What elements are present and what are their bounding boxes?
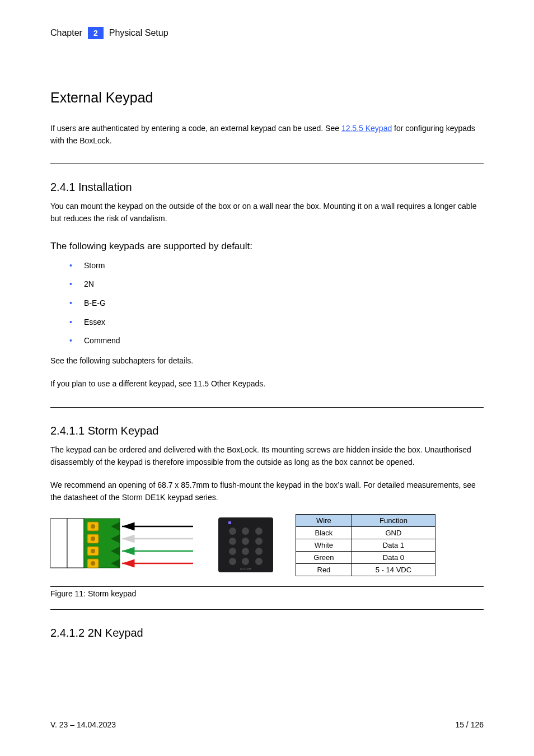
intro-paragraph: If users are authenticated by entering a… — [50, 123, 484, 147]
terminal-screw-icon — [87, 559, 99, 568]
svg-point-10 — [91, 561, 95, 566]
heading-storm-keypad: 2.4.1.1 Storm Keypad — [50, 424, 484, 437]
intro-text-pre: If users are authenticated by entering a… — [50, 124, 341, 133]
keypad-brand-label: STORM — [228, 567, 263, 571]
table-header-function: Function — [352, 514, 435, 526]
footer-revision: V. 23 – 14.04.2023 — [50, 720, 116, 729]
keypad-key-icon — [229, 548, 236, 555]
list-item: B-E-G — [84, 294, 484, 313]
table-header-wire: Wire — [296, 514, 352, 526]
page-footer: V. 23 – 14.04.2023 15 / 126 — [50, 720, 484, 729]
page-header: Chapter 2 Physical Setup — [50, 27, 484, 39]
cell-function: GND — [352, 526, 435, 539]
terminal-screw-icon — [87, 534, 99, 543]
cell-wire: Green — [296, 551, 352, 563]
table-row: Green Data 0 — [296, 551, 435, 563]
cell-function: 5 - 14 VDC — [352, 563, 435, 576]
divider — [50, 407, 484, 408]
cell-function: Data 0 — [352, 551, 435, 563]
cell-function: Data 1 — [352, 539, 435, 551]
table-row: Black GND — [296, 526, 435, 539]
terminal-connector-diagram — [50, 514, 196, 576]
svg-rect-0 — [50, 519, 67, 568]
terminal-screw-icon — [87, 522, 99, 531]
chapter-number-badge: 2 — [88, 27, 104, 39]
terminal-screw-icon — [87, 547, 99, 556]
list-item: Commend — [84, 332, 484, 351]
keypad-key-icon — [255, 538, 263, 545]
svg-point-4 — [91, 524, 95, 529]
svg-point-6 — [91, 536, 95, 541]
svg-rect-1 — [67, 519, 84, 568]
keypad-config-link[interactable]: 12.5.5 Keypad — [341, 124, 392, 133]
keypad-key-icon — [242, 558, 249, 565]
install-paragraph: You can mount the keypad on the outside … — [50, 200, 484, 225]
cell-wire: Red — [296, 563, 352, 576]
divider — [50, 586, 484, 587]
keypad-key-icon — [242, 528, 249, 535]
divider — [50, 609, 484, 610]
wiring-figure: STORM Wire Function Black GND White Data… — [50, 514, 484, 576]
storm-paragraph-2: We recommend an opening of 68.7 x 85.7mm… — [50, 479, 484, 503]
chapter-label: Chapter — [50, 28, 82, 38]
table-row: Red 5 - 14 VDC — [296, 563, 435, 576]
cell-wire: White — [296, 539, 352, 551]
storm-paragraph-1: The keypad can be ordered and delivered … — [50, 444, 484, 468]
keypad-key-icon — [255, 528, 263, 535]
list-item: Storm — [84, 256, 484, 276]
list-item: Essex — [84, 313, 484, 332]
keypad-key-icon — [255, 558, 263, 565]
install-followup: See the following subchapters for detail… — [50, 355, 484, 367]
divider — [50, 164, 484, 164]
keypad-key-icon — [242, 538, 249, 545]
table-row: White Data 1 — [296, 539, 435, 551]
supported-list-intro: The following keypads are supported by d… — [50, 241, 484, 252]
keypad-key-icon — [229, 528, 236, 535]
keypad-key-icon — [242, 548, 249, 555]
heading-2n-keypad: 2.4.1.2 2N Keypad — [50, 627, 484, 640]
install-other-keypads: If you plan to use a different keypad, s… — [50, 378, 484, 390]
storm-keypad-image: STORM — [218, 517, 273, 572]
page-title: External Keypad — [50, 90, 484, 106]
keypad-key-icon — [229, 558, 236, 565]
heading-installation: 2.4.1 Installation — [50, 181, 484, 194]
keypad-led-icon — [228, 521, 231, 524]
figure-caption: Figure 11: Storm keypad — [50, 589, 484, 598]
keypad-key-icon — [255, 548, 263, 555]
footer-page-number: 15 / 126 — [455, 720, 484, 729]
cell-wire: Black — [296, 526, 352, 539]
keypad-key-icon — [229, 538, 236, 545]
list-item: 2N — [84, 275, 484, 294]
supported-keypad-list: Storm 2N B-E-G Essex Commend — [84, 256, 484, 351]
svg-point-8 — [91, 549, 95, 553]
wire-function-table: Wire Function Black GND White Data 1 Gre… — [296, 514, 435, 576]
chapter-title: Physical Setup — [109, 28, 168, 38]
